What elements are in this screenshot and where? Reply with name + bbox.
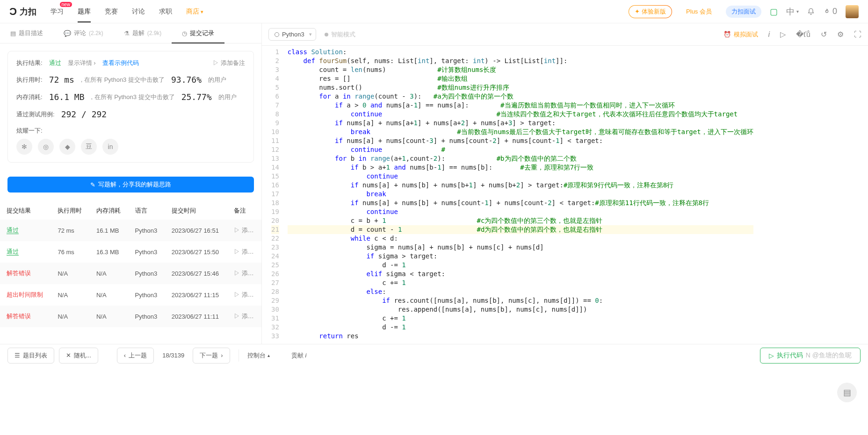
share-linkedin-icon[interactable]: in — [102, 139, 118, 155]
result-status: 通过 — [49, 59, 61, 67]
col-submitted: 提交时间 — [165, 202, 227, 220]
tests-value: 292 / 292 — [61, 109, 107, 119]
col-memory: 内存消耗 — [90, 202, 129, 220]
badge-new: new — [60, 2, 72, 7]
logo[interactable]: C 力扣 — [9, 6, 36, 18]
fullscreen-icon[interactable]: ⛶ — [854, 30, 861, 39]
bookmark-icon[interactable]: �ťů — [796, 30, 810, 39]
reset-icon[interactable]: ↺ — [821, 30, 827, 39]
run-code-button[interactable]: ▷执行代码N @鱼塘的鱼呢 — [760, 348, 861, 364]
memory-value: 16.1 MB — [49, 92, 85, 102]
play-icon[interactable]: ▷ — [780, 30, 786, 39]
result-card: 执行结果: 通过 显示详情 › 查看示例代码 ▷ 添加备注 执行用时: 72 m… — [7, 51, 254, 163]
left-tab-0[interactable]: ▤题目描述 — [0, 23, 53, 43]
chevron-up-icon: ▴ — [268, 353, 270, 358]
nav-item-1[interactable]: 题库 — [78, 1, 91, 22]
doc-icon: ▤ — [10, 30, 16, 37]
left-tab-2[interactable]: ⚗题解(2.9k) — [114, 23, 172, 43]
brag-label: 炫耀一下: — [16, 127, 43, 135]
status-cell[interactable]: 解答错误 — [7, 313, 31, 320]
try-new-button[interactable]: ✦体验新版 — [629, 5, 672, 18]
nav-items: 学习new题库竞赛讨论求职商店 ▾ — [51, 1, 203, 22]
nav-item-4[interactable]: 求职 — [159, 1, 172, 22]
table-row[interactable]: 超出时间限制N/AN/APython32023/06/27 11:15▷ 添… — [0, 284, 261, 306]
watermark-text: N @鱼塘的鱼呢 — [806, 351, 852, 360]
left-pane: ▤题目描述💬评论(2.2k)⚗题解(2.9k)◷提交记录 执行结果: 通过 显示… — [0, 23, 262, 344]
share-row: ✻ ◎ ◆ 豆 in — [16, 139, 245, 155]
info-icon[interactable]: i — [768, 30, 770, 39]
time-value: 72 ms — [49, 75, 74, 85]
table-row[interactable]: 通过72 ms16.1 MBPython32023/06/27 16:51▷ 添… — [0, 220, 261, 241]
sparkle-icon: ✦ — [635, 8, 640, 15]
time-label: 执行用时: — [16, 76, 43, 84]
phone-icon[interactable]: ▢ — [770, 7, 778, 17]
left-tab-3[interactable]: ◷提交记录 — [172, 23, 224, 43]
status-cell[interactable]: 通过 — [7, 227, 19, 234]
nav-item-3[interactable]: 讨论 — [132, 1, 145, 22]
locale-dropdown[interactable]: 中 ▾ — [786, 6, 799, 17]
chevron-down-icon: ▾ — [796, 9, 799, 14]
time-pct: 93.76% — [171, 75, 202, 85]
bottom-bar: ☰题目列表 ✕随机... ‹上一题 18/3139 下一题› 控制台 ▴ 贡献 … — [0, 344, 868, 366]
contribute-link[interactable]: 贡献 i — [291, 351, 307, 360]
language-select[interactable]: Python3 — [268, 28, 316, 41]
chevron-left-icon: ‹ — [124, 352, 126, 359]
left-tab-1[interactable]: 💬评论(2.2k) — [53, 23, 114, 43]
status-cell[interactable]: 通过 — [7, 248, 19, 255]
page-indicator: 18/3139 — [162, 352, 184, 359]
add-note-icon[interactable]: ▷ 添… — [234, 291, 254, 298]
col-note: 备注 — [227, 202, 261, 220]
bell-icon[interactable] — [807, 8, 815, 15]
nav-item-0[interactable]: 学习new — [51, 1, 64, 22]
share-weibo-icon[interactable]: ◎ — [38, 139, 54, 155]
memory-label: 内存消耗: — [16, 93, 43, 101]
share-qq-icon[interactable]: ◆ — [59, 139, 75, 155]
write-solution-button[interactable]: ✎ 写题解，分享我的解题思路 — [7, 177, 254, 193]
nav-item-2[interactable]: 竞赛 — [105, 1, 118, 22]
show-detail-link[interactable]: 显示详情 › — [68, 59, 96, 67]
interview-button[interactable]: 力扣面试 — [726, 6, 761, 18]
left-tabs: ▤题目描述💬评论(2.2k)⚗题解(2.9k)◷提交记录 — [0, 23, 261, 43]
table-row[interactable]: 通过76 ms16.3 MBPython32023/06/27 15:50▷ 添… — [0, 241, 261, 263]
add-note-icon[interactable]: ▷ 添… — [234, 313, 254, 320]
circle-icon — [275, 32, 279, 37]
col-time: 执行用时 — [51, 202, 90, 220]
col-result: 提交结果 — [0, 202, 51, 220]
table-row[interactable]: 解答错误N/AN/APython32023/06/27 11:11▷ 添… — [0, 306, 261, 327]
add-note-link[interactable]: ▷ 添加备注 — [213, 59, 245, 67]
streak-icon[interactable]: 0 — [823, 7, 837, 16]
status-cell[interactable]: 超出时间限制 — [7, 291, 43, 298]
editor-header: Python3 智能模式 ⏰ 模拟面试 i ▷ �ťů ↺ ⚙ ⛶ — [262, 23, 868, 46]
play-icon: ▷ — [769, 352, 774, 359]
console-toggle[interactable]: 控制台 ▴ — [247, 351, 270, 360]
example-code-link[interactable]: 查看示例代码 — [102, 59, 139, 67]
flag-icon: ▷ — [213, 59, 219, 66]
ai-mode-toggle[interactable]: 智能模式 — [325, 30, 355, 39]
random-button[interactable]: ✕随机... — [59, 348, 98, 364]
add-note-icon[interactable]: ▷ 添… — [234, 270, 254, 277]
add-note-icon[interactable]: ▷ 添… — [234, 227, 254, 234]
list-icon: ☰ — [14, 352, 20, 359]
right-pane: Python3 智能模式 ⏰ 模拟面试 i ▷ �ťů ↺ ⚙ ⛶ 123456… — [262, 23, 868, 344]
status-cell[interactable]: 解答错误 — [7, 270, 31, 277]
tests-label: 通过测试用例: — [16, 110, 55, 119]
settings-icon[interactable]: ⚙ — [837, 30, 844, 39]
prev-button[interactable]: ‹上一题 — [117, 348, 154, 364]
submission-history: 提交结果 执行用时 内存消耗 语言 提交时间 备注 通过72 ms16.1 MB… — [0, 202, 261, 327]
info-icon: i — [305, 352, 307, 359]
add-note-icon[interactable]: ▷ 添… — [234, 248, 254, 255]
code-editor[interactable]: 1234567891011121314151617181920212223242… — [262, 46, 868, 344]
next-button[interactable]: 下一题› — [193, 348, 230, 364]
pencil-icon: ✎ — [90, 181, 95, 188]
problem-list-button[interactable]: ☰题目列表 — [7, 348, 54, 364]
mock-interview-button[interactable]: ⏰ 模拟面试 — [723, 30, 758, 39]
plus-button[interactable]: Plus 会员 — [680, 6, 717, 18]
clock-icon: ◷ — [182, 30, 187, 37]
col-lang: 语言 — [129, 202, 165, 220]
shuffle-icon: ✕ — [66, 352, 71, 359]
nav-item-5[interactable]: 商店 ▾ — [186, 1, 203, 22]
table-row[interactable]: 解答错误N/AN/APython32023/06/27 15:46▷ 添… — [0, 263, 261, 284]
share-douban-icon[interactable]: 豆 — [81, 139, 97, 155]
avatar[interactable] — [846, 5, 859, 18]
share-wechat-icon[interactable]: ✻ — [16, 139, 32, 155]
